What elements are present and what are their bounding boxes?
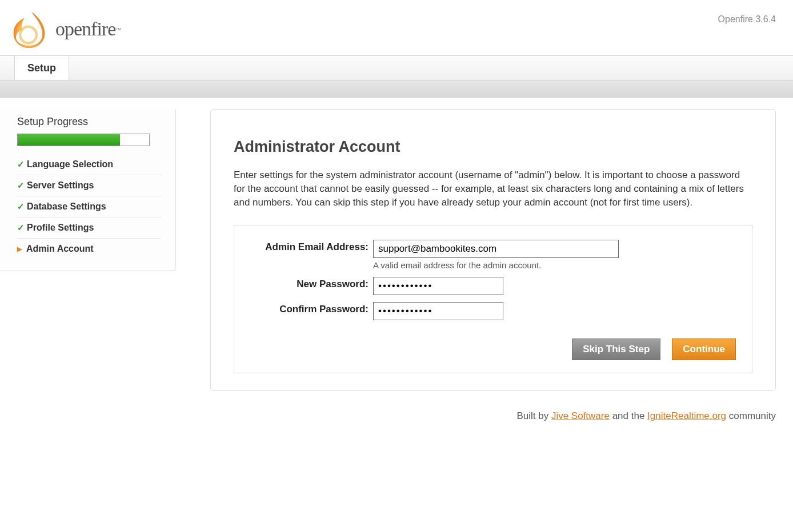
- main-content: Administrator Account Enter settings for…: [176, 109, 793, 391]
- continue-button[interactable]: Continue: [672, 338, 736, 360]
- progress-bar: [17, 134, 150, 146]
- arrow-icon: ▶: [17, 245, 22, 253]
- check-icon: ✓: [17, 223, 25, 233]
- new-password-label: New Password:: [250, 277, 373, 290]
- footer: Built by Jive Software and the IgniteRea…: [0, 391, 793, 431]
- sidebar-title: Setup Progress: [17, 116, 161, 128]
- confirm-password-label: Confirm Password:: [250, 302, 373, 315]
- sidebar-item-label: Server Settings: [27, 180, 94, 191]
- email-hint: A valid email address for the admin acco…: [373, 260, 619, 270]
- sidebar-item-label: Language Selection: [27, 159, 113, 170]
- header: openfire™ Openfire 3.6.4: [0, 0, 793, 55]
- sidebar-item-label: Database Settings: [27, 201, 106, 212]
- new-password-field[interactable]: [373, 277, 503, 295]
- footer-link-jive[interactable]: Jive Software: [551, 410, 610, 421]
- check-icon: ✓: [17, 180, 25, 191]
- brand-name: openfire™: [55, 18, 121, 40]
- sidebar-item-label: Profile Settings: [27, 223, 94, 233]
- form-box: Admin Email Address: A valid email addre…: [234, 225, 752, 373]
- skip-button[interactable]: Skip This Step: [572, 338, 660, 360]
- sidebar-item-admin[interactable]: ▶ Admin Account: [17, 239, 161, 259]
- tab-setup[interactable]: Setup: [14, 56, 69, 80]
- footer-prefix: Built by: [516, 410, 551, 421]
- sidebar-item-profile[interactable]: ✓ Profile Settings: [17, 217, 161, 239]
- flame-icon: [9, 9, 50, 50]
- footer-mid: and the: [610, 410, 647, 421]
- sidebar-item-database[interactable]: ✓ Database Settings: [17, 196, 161, 217]
- logo: openfire™: [9, 9, 121, 50]
- footer-suffix: community: [726, 410, 776, 421]
- tab-bar: Setup: [0, 55, 793, 80]
- footer-link-ignite[interactable]: IgniteRealtime.org: [647, 410, 726, 421]
- panel: Administrator Account Enter settings for…: [210, 109, 776, 391]
- sidebar-item-language[interactable]: ✓ Language Selection: [17, 154, 161, 175]
- sidebar-item-server[interactable]: ✓ Server Settings: [17, 175, 161, 196]
- email-label: Admin Email Address:: [250, 240, 373, 253]
- page-description: Enter settings for the system administra…: [234, 168, 752, 209]
- progress-fill: [18, 134, 120, 146]
- email-field[interactable]: [373, 240, 619, 258]
- sub-bar: [0, 80, 793, 98]
- sidebar: Setup Progress ✓ Language Selection ✓ Se…: [0, 109, 176, 271]
- version-label: Openfire 3.6.4: [718, 9, 776, 25]
- page-title: Administrator Account: [234, 138, 752, 156]
- confirm-password-field[interactable]: [373, 302, 503, 320]
- check-icon: ✓: [17, 201, 25, 212]
- check-icon: ✓: [17, 159, 25, 170]
- sidebar-item-label: Admin Account: [26, 244, 94, 254]
